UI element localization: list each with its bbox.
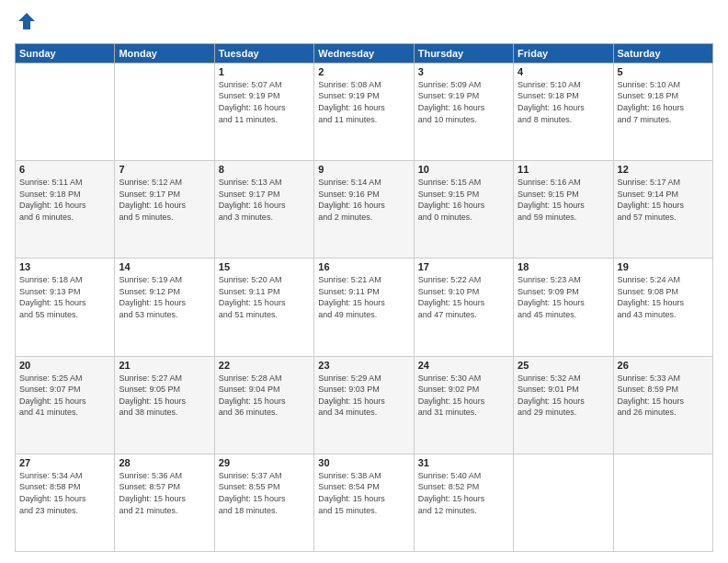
weekday-header: Thursday bbox=[414, 43, 513, 63]
calendar-cell: 17Sunrise: 5:22 AM Sunset: 9:10 PM Dayli… bbox=[414, 259, 513, 356]
calendar-cell: 2Sunrise: 5:08 AM Sunset: 9:19 PM Daylig… bbox=[314, 63, 414, 160]
day-number: 23 bbox=[318, 360, 409, 371]
calendar-cell: 8Sunrise: 5:13 AM Sunset: 9:17 PM Daylig… bbox=[214, 161, 313, 259]
day-number: 6 bbox=[19, 164, 110, 175]
calendar-week-row: 20Sunrise: 5:25 AM Sunset: 9:07 PM Dayli… bbox=[16, 356, 713, 454]
day-info: Sunrise: 5:33 AM Sunset: 8:59 PM Dayligh… bbox=[618, 373, 709, 419]
day-number: 17 bbox=[418, 261, 509, 272]
day-info: Sunrise: 5:27 AM Sunset: 9:05 PM Dayligh… bbox=[119, 373, 210, 419]
day-number: 26 bbox=[618, 360, 709, 371]
calendar-cell bbox=[115, 63, 214, 160]
weekday-header: Sunday bbox=[16, 43, 115, 63]
day-info: Sunrise: 5:21 AM Sunset: 9:11 PM Dayligh… bbox=[318, 274, 409, 320]
day-info: Sunrise: 5:18 AM Sunset: 9:13 PM Dayligh… bbox=[19, 274, 110, 320]
day-info: Sunrise: 5:07 AM Sunset: 9:19 PM Dayligh… bbox=[219, 79, 310, 125]
day-info: Sunrise: 5:12 AM Sunset: 9:17 PM Dayligh… bbox=[119, 177, 210, 223]
day-info: Sunrise: 5:23 AM Sunset: 9:09 PM Dayligh… bbox=[518, 274, 609, 320]
calendar-cell: 5Sunrise: 5:10 AM Sunset: 9:18 PM Daylig… bbox=[613, 63, 712, 160]
day-info: Sunrise: 5:32 AM Sunset: 9:01 PM Dayligh… bbox=[518, 373, 609, 419]
day-number: 22 bbox=[219, 360, 310, 371]
day-number: 25 bbox=[518, 360, 609, 371]
day-number: 11 bbox=[518, 164, 609, 175]
calendar-cell: 16Sunrise: 5:21 AM Sunset: 9:11 PM Dayli… bbox=[314, 259, 414, 356]
calendar-table: SundayMondayTuesdayWednesdayThursdayFrid… bbox=[15, 43, 713, 552]
calendar-cell: 19Sunrise: 5:24 AM Sunset: 9:08 PM Dayli… bbox=[613, 259, 712, 356]
day-number: 30 bbox=[318, 457, 409, 468]
day-info: Sunrise: 5:14 AM Sunset: 9:16 PM Dayligh… bbox=[318, 177, 409, 223]
calendar-week-row: 1Sunrise: 5:07 AM Sunset: 9:19 PM Daylig… bbox=[16, 63, 713, 160]
header bbox=[15, 11, 713, 36]
calendar-week-row: 27Sunrise: 5:34 AM Sunset: 8:58 PM Dayli… bbox=[16, 454, 713, 551]
day-info: Sunrise: 5:38 AM Sunset: 8:54 PM Dayligh… bbox=[318, 470, 409, 516]
day-number: 4 bbox=[518, 66, 609, 77]
day-number: 15 bbox=[219, 261, 310, 272]
day-number: 1 bbox=[219, 66, 310, 77]
day-info: Sunrise: 5:36 AM Sunset: 8:57 PM Dayligh… bbox=[119, 470, 210, 516]
day-number: 13 bbox=[19, 261, 110, 272]
calendar-cell: 7Sunrise: 5:12 AM Sunset: 9:17 PM Daylig… bbox=[115, 161, 214, 259]
calendar-cell: 30Sunrise: 5:38 AM Sunset: 8:54 PM Dayli… bbox=[314, 454, 414, 551]
day-number: 18 bbox=[518, 261, 609, 272]
calendar-cell: 21Sunrise: 5:27 AM Sunset: 9:05 PM Dayli… bbox=[115, 356, 214, 454]
calendar-cell: 11Sunrise: 5:16 AM Sunset: 9:15 PM Dayli… bbox=[514, 161, 613, 259]
day-number: 2 bbox=[318, 66, 409, 77]
calendar-cell: 18Sunrise: 5:23 AM Sunset: 9:09 PM Dayli… bbox=[514, 259, 613, 356]
calendar-cell: 28Sunrise: 5:36 AM Sunset: 8:57 PM Dayli… bbox=[115, 454, 214, 551]
calendar-cell: 20Sunrise: 5:25 AM Sunset: 9:07 PM Dayli… bbox=[16, 356, 115, 454]
calendar-cell: 10Sunrise: 5:15 AM Sunset: 9:15 PM Dayli… bbox=[414, 161, 513, 259]
weekday-row: SundayMondayTuesdayWednesdayThursdayFrid… bbox=[16, 43, 713, 63]
day-info: Sunrise: 5:30 AM Sunset: 9:02 PM Dayligh… bbox=[418, 373, 509, 419]
weekday-header: Tuesday bbox=[214, 43, 313, 63]
calendar-cell: 15Sunrise: 5:20 AM Sunset: 9:11 PM Dayli… bbox=[214, 259, 313, 356]
calendar-cell bbox=[16, 63, 115, 160]
day-number: 21 bbox=[119, 360, 210, 371]
day-number: 3 bbox=[418, 66, 509, 77]
logo-icon bbox=[17, 11, 37, 31]
day-info: Sunrise: 5:22 AM Sunset: 9:10 PM Dayligh… bbox=[418, 274, 509, 320]
calendar-cell: 26Sunrise: 5:33 AM Sunset: 8:59 PM Dayli… bbox=[613, 356, 712, 454]
weekday-header: Saturday bbox=[613, 43, 712, 63]
logo bbox=[15, 11, 37, 36]
svg-marker-0 bbox=[18, 13, 35, 29]
day-number: 16 bbox=[318, 261, 409, 272]
day-info: Sunrise: 5:16 AM Sunset: 9:15 PM Dayligh… bbox=[518, 177, 609, 223]
day-number: 27 bbox=[19, 457, 110, 468]
calendar-cell: 1Sunrise: 5:07 AM Sunset: 9:19 PM Daylig… bbox=[214, 63, 313, 160]
day-number: 20 bbox=[19, 360, 110, 371]
calendar-cell: 27Sunrise: 5:34 AM Sunset: 8:58 PM Dayli… bbox=[16, 454, 115, 551]
page: SundayMondayTuesdayWednesdayThursdayFrid… bbox=[0, 0, 728, 563]
day-info: Sunrise: 5:19 AM Sunset: 9:12 PM Dayligh… bbox=[119, 274, 210, 320]
day-info: Sunrise: 5:10 AM Sunset: 9:18 PM Dayligh… bbox=[618, 79, 709, 125]
day-info: Sunrise: 5:20 AM Sunset: 9:11 PM Dayligh… bbox=[219, 274, 310, 320]
day-number: 29 bbox=[219, 457, 310, 468]
calendar-cell bbox=[514, 454, 613, 551]
calendar-cell: 31Sunrise: 5:40 AM Sunset: 8:52 PM Dayli… bbox=[414, 454, 513, 551]
day-number: 14 bbox=[119, 261, 210, 272]
calendar-cell: 9Sunrise: 5:14 AM Sunset: 9:16 PM Daylig… bbox=[314, 161, 414, 259]
day-info: Sunrise: 5:10 AM Sunset: 9:18 PM Dayligh… bbox=[518, 79, 609, 125]
day-info: Sunrise: 5:34 AM Sunset: 8:58 PM Dayligh… bbox=[19, 470, 110, 516]
day-info: Sunrise: 5:40 AM Sunset: 8:52 PM Dayligh… bbox=[418, 470, 509, 516]
calendar-cell: 23Sunrise: 5:29 AM Sunset: 9:03 PM Dayli… bbox=[314, 356, 414, 454]
day-number: 19 bbox=[618, 261, 709, 272]
day-number: 7 bbox=[119, 164, 210, 175]
calendar-cell: 25Sunrise: 5:32 AM Sunset: 9:01 PM Dayli… bbox=[514, 356, 613, 454]
calendar-cell: 22Sunrise: 5:28 AM Sunset: 9:04 PM Dayli… bbox=[214, 356, 313, 454]
day-number: 12 bbox=[618, 164, 709, 175]
day-number: 8 bbox=[219, 164, 310, 175]
calendar-cell: 3Sunrise: 5:09 AM Sunset: 9:19 PM Daylig… bbox=[414, 63, 513, 160]
day-info: Sunrise: 5:09 AM Sunset: 9:19 PM Dayligh… bbox=[418, 79, 509, 125]
day-number: 31 bbox=[418, 457, 509, 468]
day-number: 9 bbox=[318, 164, 409, 175]
weekday-header: Wednesday bbox=[314, 43, 414, 63]
day-number: 10 bbox=[418, 164, 509, 175]
day-info: Sunrise: 5:37 AM Sunset: 8:55 PM Dayligh… bbox=[219, 470, 310, 516]
weekday-header: Monday bbox=[115, 43, 214, 63]
day-info: Sunrise: 5:15 AM Sunset: 9:15 PM Dayligh… bbox=[418, 177, 509, 223]
day-info: Sunrise: 5:24 AM Sunset: 9:08 PM Dayligh… bbox=[618, 274, 709, 320]
calendar-cell: 4Sunrise: 5:10 AM Sunset: 9:18 PM Daylig… bbox=[514, 63, 613, 160]
day-info: Sunrise: 5:13 AM Sunset: 9:17 PM Dayligh… bbox=[219, 177, 310, 223]
calendar-cell: 24Sunrise: 5:30 AM Sunset: 9:02 PM Dayli… bbox=[414, 356, 513, 454]
calendar-week-row: 6Sunrise: 5:11 AM Sunset: 9:18 PM Daylig… bbox=[16, 161, 713, 259]
day-number: 5 bbox=[618, 66, 709, 77]
